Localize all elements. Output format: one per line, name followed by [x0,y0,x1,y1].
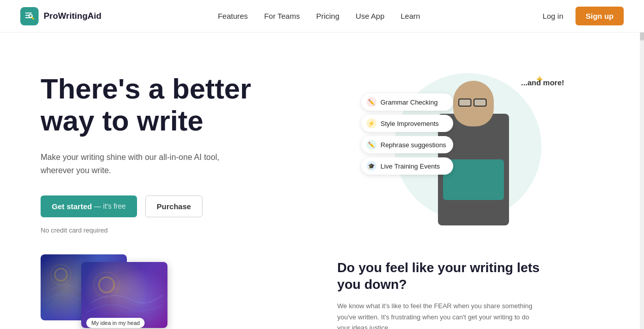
hero-cta: Get started — it's free Purchase [41,195,312,217]
logo-icon [20,7,39,25]
svg-point-4 [55,269,67,281]
hero-illustration: ✏️ Grammar Checking ⚡ Style Improvements… [361,63,574,225]
nav-use-app[interactable]: Use App [356,12,385,20]
hero-right: ✏️ Grammar Checking ⚡ Style Improvements… [332,63,604,225]
training-icon: 🎓 [366,161,377,171]
logo-area[interactable]: ProWritingAid [20,7,101,25]
signup-button[interactable]: Sign up [575,7,624,25]
no-cc-text: No credit card required [41,226,312,234]
hero-left: There's a better way to write Make your … [41,63,312,234]
login-button[interactable]: Log in [536,8,569,24]
scrollbar-track[interactable] [640,0,644,329]
second-section: My idea in my head Do you feel like your… [0,244,644,329]
hero-title: There's a better way to write [41,73,304,137]
hero-section: There's a better way to write Make your … [0,32,644,244]
svg-rect-0 [25,12,32,13]
style-icon: ⚡ [366,118,377,128]
hero-subtitle: Make your writing shine with our all-in-… [41,151,254,177]
pill-training: 🎓 Live Training Events [361,157,453,175]
nav-features[interactable]: Features [218,12,248,20]
section-title: Do you feel like your writing lets you d… [337,259,540,294]
screenshot-area: My idea in my head [41,254,307,328]
screenshot-stack: My idea in my head [41,254,213,328]
pill-grammar: ✏️ Grammar Checking [361,93,453,111]
svg-point-3 [29,14,32,17]
more-label: ...and more! [521,78,564,87]
pill-rephrase: ✏️ Rephrase suggestions [361,136,453,153]
idea-badge: My idea in my head [86,318,145,328]
get-started-button[interactable]: Get started — it's free [41,195,137,217]
svg-point-7 [99,277,114,292]
rephrase-icon: ✏️ [366,140,377,150]
grammar-icon: ✏️ [366,97,377,107]
svg-point-5 [51,265,71,285]
purchase-button[interactable]: Purchase [145,195,203,217]
nav-links: Features For Teams Pricing Use App Learn [218,12,420,21]
screenshot-front: My idea in my head [81,262,167,328]
feature-pills: ✏️ Grammar Checking ⚡ Style Improvements… [361,93,453,175]
nav-pricing[interactable]: Pricing [316,12,340,20]
second-right: Do you feel like your writing lets you d… [337,254,604,329]
pill-style: ⚡ Style Improvements [361,115,453,132]
nav-actions: Log in Sign up [536,7,624,25]
navbar: ProWritingAid Features For Teams Pricing… [0,0,644,32]
nav-for-teams[interactable]: For Teams [264,12,300,20]
svg-point-8 [94,272,119,298]
section-description: We know what it's like to feel the FEAR … [337,301,540,329]
brand-name: ProWritingAid [44,11,101,21]
nav-learn[interactable]: Learn [401,12,420,20]
